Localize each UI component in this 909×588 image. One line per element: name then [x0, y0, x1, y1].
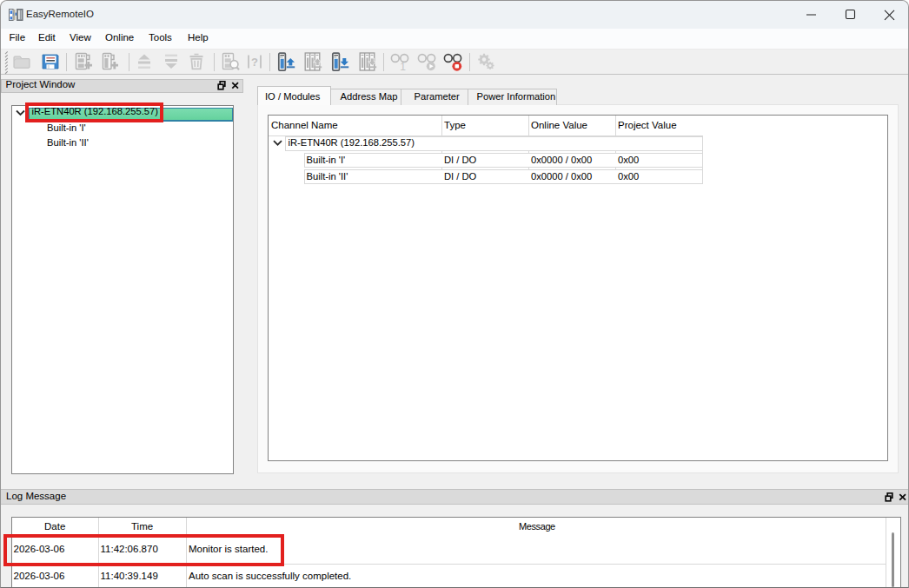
svg-text:1: 1 [400, 61, 406, 72]
svg-text:?: ? [251, 56, 258, 69]
